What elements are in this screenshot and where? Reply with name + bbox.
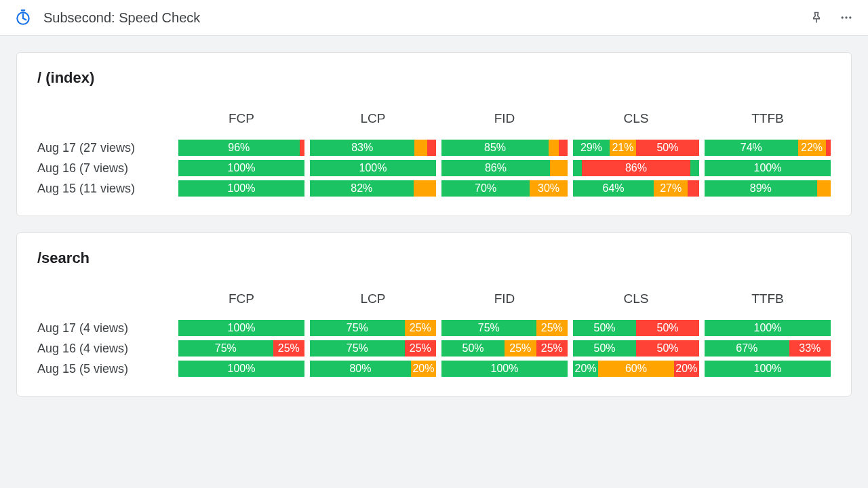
metric-bar[interactable]: 70%30% [441, 180, 568, 197]
bar-segment-green: 50% [441, 340, 505, 357]
metric-bar[interactable]: 50%25%25% [441, 340, 568, 357]
metric-bar[interactable]: 50%50% [573, 340, 699, 357]
row-label: Aug 15 (5 views) [37, 362, 173, 376]
bar-segment-green: 83% [310, 140, 414, 156]
bar-segment-red: 86% [582, 160, 690, 176]
metric-bar[interactable]: 64%27% [573, 180, 699, 197]
bar-segment-red: 20% [674, 361, 699, 377]
bar-segment-green: 80% [310, 361, 411, 377]
bar-segment-green: 75% [310, 320, 405, 336]
column-header: FCP [178, 111, 304, 126]
bar-segment-green: 86% [441, 160, 550, 176]
header-actions [808, 9, 854, 26]
bar-segment-green: 29% [573, 140, 610, 156]
metric-bar[interactable]: 100% [178, 320, 304, 336]
metric-bar[interactable]: 86% [573, 160, 699, 176]
bar-segment-green: 96% [178, 140, 300, 156]
bar-segment-green: 75% [441, 320, 536, 336]
metric-bar[interactable]: 100% [705, 361, 831, 377]
more-icon[interactable] [838, 9, 854, 26]
metric-bar[interactable]: 50%50% [573, 320, 699, 336]
column-header: FID [441, 291, 568, 306]
metric-bar[interactable]: 29%21%50% [573, 140, 699, 156]
metric-bar[interactable]: 89% [705, 180, 831, 197]
page-title: Subsecond: Speed Check [43, 10, 808, 26]
pin-icon[interactable] [808, 9, 825, 26]
bar-segment-green: 100% [178, 180, 304, 197]
metric-bar[interactable]: 100% [178, 160, 304, 176]
bar-segment-orange: 30% [530, 180, 568, 197]
metric-bar[interactable]: 20%60%20% [573, 361, 699, 377]
bar-segment-red: 25% [273, 340, 305, 357]
metric-bar[interactable]: 82% [310, 180, 436, 197]
bar-segment-green: 100% [178, 160, 304, 176]
metric-bar[interactable]: 96% [178, 140, 304, 156]
metric-bar[interactable]: 100% [178, 361, 304, 377]
bar-segment-red [559, 140, 568, 156]
row-label: Aug 16 (4 views) [37, 342, 173, 356]
column-header: TTFB [705, 291, 831, 306]
bar-segment-red: 33% [789, 340, 831, 357]
bar-segment-green: 75% [310, 340, 405, 357]
bar-segment-red [688, 180, 699, 197]
bar-segment-orange [414, 140, 427, 156]
bar-segment-red: 50% [636, 340, 699, 357]
bar-segment-orange: 25% [536, 320, 568, 336]
metrics-card: /searchFCPLCPFIDCLSTTFBAug 17 (4 views)1… [16, 232, 852, 396]
bar-segment-orange [550, 160, 568, 176]
metric-bar[interactable]: 75%25% [441, 320, 568, 336]
bar-segment-green: 82% [310, 180, 414, 197]
bar-segment-orange: 25% [505, 340, 536, 357]
bar-segment-orange [817, 180, 831, 197]
column-header: LCP [310, 111, 436, 126]
bar-segment-green [690, 160, 699, 176]
metric-bar[interactable]: 75%25% [310, 340, 436, 357]
metric-bar[interactable]: 100% [705, 160, 831, 176]
bar-segment-orange: 20% [411, 361, 436, 377]
metric-bar[interactable]: 80%20% [310, 361, 436, 377]
column-header: LCP [310, 291, 436, 306]
column-header: CLS [573, 111, 699, 126]
svg-rect-0 [21, 9, 26, 11]
column-header: FID [441, 111, 568, 126]
bar-segment-red: 50% [636, 140, 699, 156]
column-header: TTFB [705, 111, 831, 126]
stopwatch-icon [14, 8, 33, 27]
column-header: CLS [573, 291, 699, 306]
bar-segment-green: 100% [178, 320, 304, 336]
metric-bar[interactable]: 75%25% [310, 320, 436, 336]
metric-bar[interactable]: 100% [705, 320, 831, 336]
metric-bar[interactable]: 85% [441, 140, 568, 156]
card-title: /search [37, 249, 831, 267]
metric-bar[interactable]: 100% [310, 160, 436, 176]
metric-bar[interactable]: 67%33% [705, 340, 831, 357]
content-area: / (index)FCPLCPFIDCLSTTFBAug 17 (27 view… [0, 36, 868, 413]
svg-point-5 [845, 16, 847, 18]
bar-segment-red: 50% [636, 320, 699, 336]
metric-bar[interactable]: 83% [310, 140, 436, 156]
metric-bar[interactable]: 100% [441, 361, 568, 377]
row-label: Aug 17 (4 views) [37, 321, 173, 336]
metric-bar[interactable]: 74%22% [705, 140, 831, 156]
bar-segment-green: 85% [441, 140, 549, 156]
bar-segment-red: 25% [536, 340, 568, 357]
bar-segment-green: 100% [310, 160, 436, 176]
bar-segment-green: 50% [573, 320, 636, 336]
bar-segment-green: 100% [705, 160, 831, 176]
metrics-card: / (index)FCPLCPFIDCLSTTFBAug 17 (27 view… [16, 52, 852, 216]
bar-segment-orange: 60% [598, 361, 674, 377]
bar-segment-red [427, 140, 436, 156]
bar-segment-orange: 22% [798, 140, 826, 156]
row-label: Aug 16 (7 views) [37, 161, 173, 176]
bar-segment-orange [549, 140, 559, 156]
bar-segment-green [573, 160, 582, 176]
metric-bar[interactable]: 86% [441, 160, 568, 176]
svg-point-4 [842, 16, 844, 18]
metric-bar[interactable]: 75%25% [178, 340, 304, 357]
row-label: Aug 15 (11 views) [37, 182, 173, 196]
bar-segment-green: 74% [705, 140, 798, 156]
bar-segment-green: 100% [178, 361, 304, 377]
bar-segment-green: 70% [441, 180, 530, 197]
metric-bar[interactable]: 100% [178, 180, 304, 197]
bar-segment-red [826, 140, 831, 156]
